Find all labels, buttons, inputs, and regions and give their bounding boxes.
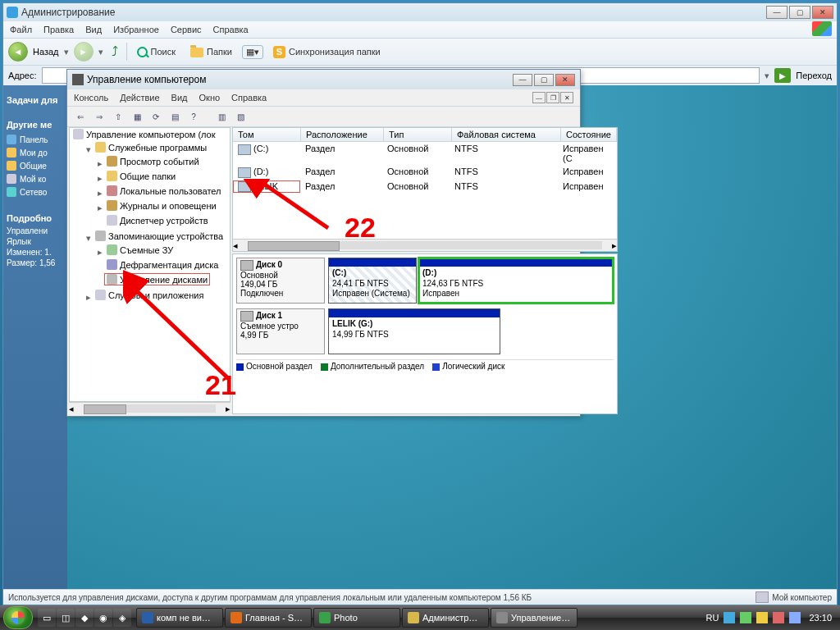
menu-help[interactable]: Справка xyxy=(231,93,267,103)
task-item[interactable]: Photo xyxy=(313,608,400,628)
expand-icon[interactable]: ▾ xyxy=(83,144,94,155)
tree-root[interactable]: Управление компьютером (лок xyxy=(86,130,216,139)
expand-icon[interactable]: ▸ xyxy=(94,203,105,213)
partition-c[interactable]: (C:)24,41 ГБ NTFSИсправен (Система) xyxy=(328,258,417,304)
ql-switch[interactable]: ◫ xyxy=(57,609,75,627)
col-fs[interactable]: Файловая система xyxy=(452,128,561,141)
tool-refresh[interactable]: ⟳ xyxy=(148,109,164,124)
tree-hscroll[interactable]: ◂▸ xyxy=(69,402,231,414)
task-item[interactable]: Администр… xyxy=(402,608,489,628)
sidebar-item[interactable]: Сетево xyxy=(7,185,64,199)
ql-app[interactable]: ◆ xyxy=(75,609,94,627)
task-item[interactable]: комп не ви… xyxy=(136,608,223,628)
status-bar: Используется для управления дисками, дос… xyxy=(3,589,837,605)
tool-back[interactable]: ⇐ xyxy=(72,109,89,124)
start-button[interactable] xyxy=(3,606,33,629)
sync-button[interactable]: SСинхронизация папки xyxy=(268,44,386,60)
sidebar-item[interactable]: Панель xyxy=(7,133,64,146)
expand-icon[interactable]: ▸ xyxy=(83,292,94,303)
mdi-min[interactable]: — xyxy=(532,92,546,103)
close-button[interactable]: ✕ xyxy=(555,74,575,86)
tree-item[interactable]: Дефрагментация диска xyxy=(120,260,218,270)
col-layout[interactable]: Расположение xyxy=(301,128,384,141)
menu-fav[interactable]: Избранное xyxy=(113,25,159,34)
maximize-button[interactable]: ▢ xyxy=(534,74,554,86)
tool-export[interactable]: ▤ xyxy=(167,109,183,124)
partition-d[interactable]: (D:)124,63 ГБ NTFSИсправен xyxy=(418,258,614,304)
expand-icon[interactable]: ▸ xyxy=(94,158,105,169)
expand-icon[interactable]: ▸ xyxy=(94,188,105,199)
task-item[interactable]: Управление… xyxy=(491,608,578,628)
clock[interactable]: 23:10 xyxy=(809,613,832,623)
outer-titlebar: Администрирование — ▢ ✕ xyxy=(3,3,837,21)
tree-item[interactable]: Просмотр событий xyxy=(120,157,199,167)
partition-g[interactable]: LELIK (G:)14,99 ГБ NTFS xyxy=(328,308,500,354)
mdi-close[interactable]: ✕ xyxy=(560,92,573,103)
disk1-label[interactable]: Диск 1 Съемное устро 4,99 ГБ xyxy=(236,308,325,354)
folders-button[interactable]: Папки xyxy=(185,45,237,58)
col-volume[interactable]: Том xyxy=(233,128,301,141)
tree-item[interactable]: Съемные ЗУ xyxy=(120,245,173,255)
ql-desktop[interactable]: ▭ xyxy=(38,609,56,627)
menu-window[interactable]: Окно xyxy=(199,93,221,103)
menu-help[interactable]: Справка xyxy=(213,25,249,34)
sidebar-item[interactable]: Мои до xyxy=(7,146,64,159)
volume-row[interactable]: LELIK РазделОсновнойNTFSИсправен xyxy=(233,180,617,194)
tray-icon[interactable] xyxy=(756,612,768,623)
tool-extra2[interactable]: ▧ xyxy=(232,109,249,124)
go-button[interactable]: ▶ xyxy=(774,68,791,83)
ql-app[interactable]: ◈ xyxy=(113,609,131,627)
minimize-button[interactable]: — xyxy=(513,74,532,86)
tree-item[interactable]: Диспетчер устройств xyxy=(120,216,208,226)
expand-icon[interactable]: ▸ xyxy=(94,247,105,258)
views-button[interactable]: ▦▾ xyxy=(242,45,263,59)
menu-view[interactable]: Вид xyxy=(171,93,188,103)
menu-console[interactable]: Консоль xyxy=(74,93,108,103)
tool-up[interactable]: ⇧ xyxy=(110,109,126,124)
menu-file[interactable]: Файл xyxy=(10,25,32,34)
tray-icon[interactable] xyxy=(740,612,751,623)
close-button[interactable]: ✕ xyxy=(812,6,833,19)
forward-button[interactable]: ► xyxy=(74,42,94,62)
search-button[interactable]: Поиск xyxy=(132,45,180,59)
tree-item[interactable]: Локальные пользовател xyxy=(120,186,221,196)
menu-view[interactable]: Вид xyxy=(85,25,102,34)
volumes-hscroll[interactable]: ◂▸ xyxy=(233,239,617,251)
sidebar-item[interactable]: Общие xyxy=(7,159,64,172)
menu-edit[interactable]: Правка xyxy=(43,25,74,34)
minimize-button[interactable]: — xyxy=(766,6,788,19)
tray-icon[interactable] xyxy=(724,612,735,623)
tool-help[interactable]: ? xyxy=(185,109,202,124)
up-icon[interactable]: ⤴ xyxy=(112,44,118,59)
tray-icon[interactable] xyxy=(789,612,801,623)
mdi-restore[interactable]: ❐ xyxy=(546,92,559,103)
maximize-button[interactable]: ▢ xyxy=(789,6,810,19)
tool-fwd[interactable]: ⇒ xyxy=(91,109,107,124)
sidebar-item[interactable]: Мой ко xyxy=(7,172,64,185)
volume-list[interactable]: Том Расположение Тип Файловая система Со… xyxy=(232,127,618,252)
task-item[interactable]: Главная - S… xyxy=(225,608,312,628)
tool-props[interactable]: ▦ xyxy=(129,109,145,124)
ql-app[interactable]: ◉ xyxy=(94,609,112,627)
back-button[interactable]: ◄ xyxy=(8,42,28,62)
expand-icon[interactable]: ▸ xyxy=(94,173,105,184)
volume-row[interactable]: (C:) РазделОсновнойNTFSИсправен (С xyxy=(233,142,617,165)
menu-tools[interactable]: Сервис xyxy=(171,25,202,34)
tree-disk-management[interactable]: Управление дисками xyxy=(120,275,208,285)
details-type: Ярлык xyxy=(7,237,64,246)
tray-icon[interactable] xyxy=(773,612,784,623)
tree-services[interactable]: Службы и приложения xyxy=(108,290,203,300)
tool-extra1[interactable]: ▥ xyxy=(213,109,230,124)
disk0-label[interactable]: Диск 0 Основной 149,04 ГБ Подключен xyxy=(236,258,325,304)
tree-storage[interactable]: Запоминающие устройства xyxy=(108,231,223,241)
tree-item[interactable]: Общие папки xyxy=(120,171,176,181)
col-status[interactable]: Состояние xyxy=(561,128,617,141)
tree-view[interactable]: Управление компьютером (лок ▾Служебные п… xyxy=(69,127,231,402)
expand-icon[interactable]: ▾ xyxy=(83,233,94,244)
volume-row[interactable]: (D:) РазделОсновнойNTFSИсправен xyxy=(233,165,617,180)
col-type[interactable]: Тип xyxy=(384,128,452,141)
menu-action[interactable]: Действие xyxy=(120,93,159,103)
tree-item[interactable]: Журналы и оповещени xyxy=(120,201,217,211)
language-indicator[interactable]: RU xyxy=(706,613,719,623)
tree-system-tools[interactable]: Служебные программы xyxy=(108,143,207,153)
